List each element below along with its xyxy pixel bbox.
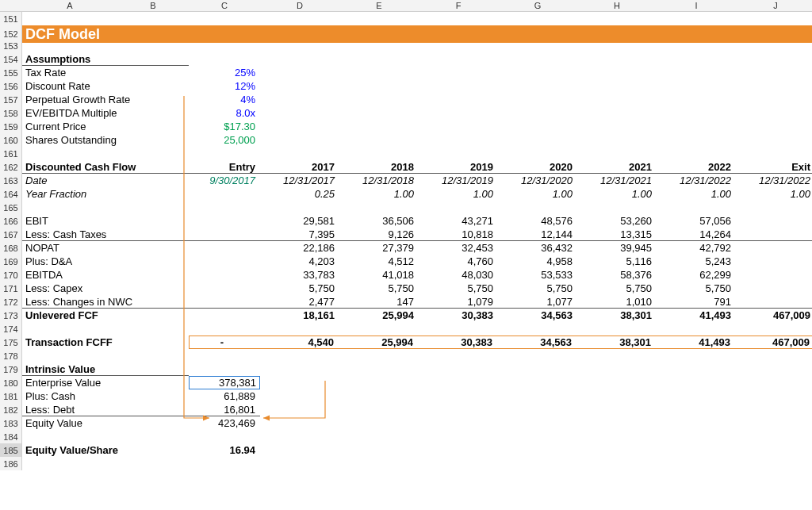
col-header-C[interactable]: C (189, 0, 260, 12)
nopat-2022[interactable]: 42,792 (657, 241, 736, 255)
taxes-2017[interactable]: 7,395 (260, 228, 339, 241)
dcf-col-2019[interactable]: 2019 (419, 160, 498, 174)
cell[interactable] (22, 322, 812, 336)
ufcf-2019[interactable]: 30,383 (419, 309, 498, 322)
row-header[interactable]: 165 (0, 201, 22, 214)
tax-rate-value[interactable]: 25% (189, 66, 260, 79)
row-header[interactable]: 170 (0, 268, 22, 282)
cell[interactable] (736, 295, 812, 309)
cell[interactable] (189, 52, 812, 66)
row-header[interactable]: 154 (0, 52, 22, 66)
cell[interactable] (189, 228, 260, 241)
ev-label[interactable]: Enterprise Value (22, 376, 189, 389)
cell[interactable] (260, 376, 812, 389)
debt-label[interactable]: Less: Debt (22, 403, 189, 416)
cell[interactable] (189, 187, 260, 201)
cell[interactable] (260, 93, 812, 106)
nwc-label[interactable]: Less: Changes in NWC (22, 295, 189, 309)
nopat-2021[interactable]: 39,945 (577, 241, 657, 255)
row-header[interactable]: 180 (0, 376, 22, 389)
evs-value[interactable]: 16.94 (189, 443, 260, 457)
cell[interactable] (260, 66, 812, 79)
ev-mult-label[interactable]: EV/EBITDA Multiple (22, 106, 189, 120)
ebitda-label[interactable]: EBITDA (22, 268, 189, 282)
ufcf-2021[interactable]: 38,301 (577, 309, 657, 322)
date-2020[interactable]: 12/31/2020 (498, 174, 577, 187)
yf-2018[interactable]: 1.00 (339, 187, 419, 201)
yf-2017[interactable]: 0.25 (260, 187, 339, 201)
ebitda-2018[interactable]: 41,018 (339, 268, 419, 282)
nopat-2019[interactable]: 32,453 (419, 241, 498, 255)
capex-2017[interactable]: 5,750 (260, 282, 339, 295)
cell[interactable] (189, 241, 260, 255)
nwc-2017[interactable]: 2,477 (260, 295, 339, 309)
row-header[interactable]: 173 (0, 309, 22, 322)
cell[interactable] (189, 309, 260, 322)
ebit-2019[interactable]: 43,271 (419, 214, 498, 228)
yf-label[interactable]: Year Fraction (22, 187, 189, 201)
date-2019[interactable]: 12/31/2019 (419, 174, 498, 187)
col-header-J[interactable]: J (736, 0, 812, 12)
date-2022[interactable]: 12/31/2022 (657, 174, 736, 187)
da-2020[interactable]: 4,958 (498, 255, 577, 268)
cell[interactable] (189, 362, 812, 376)
cell[interactable] (736, 228, 812, 241)
col-header-H[interactable]: H (577, 0, 657, 12)
yf-exit[interactable]: 1.00 (736, 187, 812, 201)
row-header[interactable]: 160 (0, 133, 22, 147)
cell[interactable] (22, 201, 812, 214)
ufcf-label[interactable]: Unlevered FCF (22, 309, 189, 322)
assumptions-header[interactable]: Assumptions (22, 52, 189, 66)
row-header[interactable]: 164 (0, 187, 22, 201)
cell[interactable] (260, 106, 812, 120)
row-header[interactable]: 159 (0, 120, 22, 133)
row-header[interactable]: 163 (0, 174, 22, 187)
cell[interactable] (260, 79, 812, 93)
nwc-2018[interactable]: 147 (339, 295, 419, 309)
debt-value[interactable]: 16,801 (189, 403, 260, 416)
taxes-2022[interactable]: 14,264 (657, 228, 736, 241)
nwc-2019[interactable]: 1,079 (419, 295, 498, 309)
taxes-2018[interactable]: 9,126 (339, 228, 419, 241)
tfcff-2019[interactable]: 30,383 (418, 336, 497, 348)
taxes-label[interactable]: Less: Cash Taxes (22, 228, 189, 241)
row-header[interactable]: 155 (0, 66, 22, 79)
select-all-corner[interactable] (0, 0, 22, 12)
cell[interactable] (260, 403, 812, 416)
col-header-D[interactable]: D (260, 0, 339, 12)
dcf-col-2020[interactable]: 2020 (498, 160, 577, 174)
eq-value[interactable]: 423,469 (189, 416, 260, 430)
row-header[interactable]: 153 (0, 39, 22, 52)
row-header[interactable]: 151 (0, 12, 22, 25)
dcf-col-exit[interactable]: Exit (736, 160, 812, 174)
ebitda-2022[interactable]: 62,299 (657, 268, 736, 282)
eq-label[interactable]: Equity Value (22, 416, 189, 430)
evs-label[interactable]: Equity Value/Share (22, 443, 189, 457)
tfcff-2021[interactable]: 38,301 (576, 336, 656, 348)
price-value[interactable]: $17.30 (189, 120, 260, 133)
shares-value[interactable]: 25,000 (189, 133, 260, 147)
tfcff-2022[interactable]: 41,493 (656, 336, 735, 348)
ebit-label[interactable]: EBIT (22, 214, 189, 228)
cell[interactable] (22, 349, 812, 362)
col-header-A[interactable]: A (22, 0, 117, 12)
da-2021[interactable]: 5,116 (577, 255, 657, 268)
row-header[interactable]: 184 (0, 430, 22, 443)
cell[interactable] (189, 214, 260, 228)
growth-rate-value[interactable]: 4% (189, 93, 260, 106)
col-header-B[interactable]: B (117, 0, 189, 12)
row-header[interactable]: 162 (0, 160, 22, 174)
ebitda-2021[interactable]: 58,376 (577, 268, 657, 282)
row-header[interactable]: 186 (0, 457, 22, 470)
tfcff-2017[interactable]: 4,540 (259, 336, 339, 348)
tfcff-exit[interactable]: 467,009 (735, 336, 812, 348)
row-header[interactable]: 156 (0, 79, 22, 93)
capex-2019[interactable]: 5,750 (419, 282, 498, 295)
da-2017[interactable]: 4,203 (260, 255, 339, 268)
taxes-2021[interactable]: 13,315 (577, 228, 657, 241)
date-exit[interactable]: 12/31/2022 (736, 174, 812, 187)
ev-mult-value[interactable]: 8.0x (189, 106, 260, 120)
row-header[interactable]: 172 (0, 295, 22, 309)
row-header[interactable]: 157 (0, 93, 22, 106)
tfcff-2018[interactable]: 25,994 (339, 336, 418, 348)
